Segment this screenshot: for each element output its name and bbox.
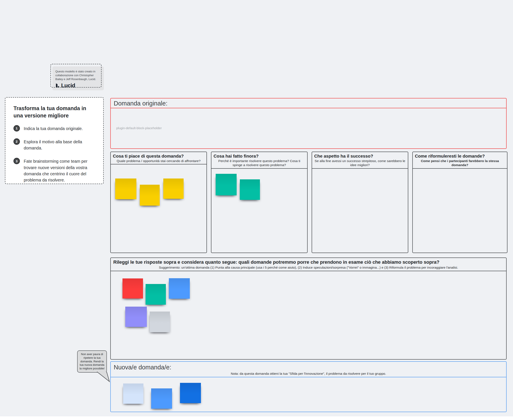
sticky-note[interactable] [115, 179, 136, 199]
sticky-note[interactable] [151, 388, 172, 409]
new-question-title: Nuova/e domanda/e: [111, 362, 506, 371]
review-title: Rileggi le tue risposte sopra e consider… [113, 259, 504, 265]
whiteboard-canvas: { "attribution": { "text": "Questo model… [0, 0, 513, 420]
step-1-text: Indica la tua domanda originale. [24, 125, 83, 132]
column-3-header: Che aspetto ha il successo? Se alla fine… [312, 152, 408, 169]
column-cosa-hai-fatto[interactable]: Cosa hai fatto finora? Perché è importan… [211, 152, 308, 253]
column-2-header: Cosa hai fatto finora? Perché è importan… [211, 152, 307, 169]
plugin-placeholder-text[interactable]: plugin-default-block-placeholder [116, 126, 162, 130]
column-1-title: Cosa ti piace di questa domanda? [113, 154, 204, 159]
column-che-aspetto[interactable]: Che aspetto ha il successo? Se alla fine… [312, 152, 408, 253]
review-box[interactable]: Rileggi le tue risposte sopra e consider… [110, 257, 507, 360]
instructions-box[interactable]: Trasforma la tua domanda in una versione… [5, 97, 104, 184]
column-4-subtitle: Come pensi che i partecipanti farebbero … [414, 159, 505, 167]
instruction-step-2: 2 Esplora il motivo alla base della doma… [14, 138, 95, 151]
sticky-note[interactable] [123, 278, 143, 299]
speech-bubble-text: Non aver paura di ripetere la tua domand… [78, 352, 106, 371]
column-1-subtitle: Quale problema / opportunità stai cercan… [112, 159, 205, 163]
speech-bubble-tail [97, 372, 110, 382]
attribution-card[interactable]: Questo modello è stato creato in collabo… [52, 66, 104, 90]
lucid-logo-icon [55, 83, 60, 88]
instruction-step-1: 1 Indica la tua domanda originale. [14, 125, 95, 132]
step-1-badge: 1 [14, 125, 20, 132]
step-3-badge: 3 [14, 158, 20, 164]
step-3-text: Fate brainstorming come team per trovare… [24, 158, 95, 183]
new-question-note: Nota: da questa domanda ottieni la tua "… [111, 372, 506, 375]
attribution-text: Questo modello è stato creato in collabo… [52, 66, 104, 81]
lucid-logo-text: Lucid [61, 82, 75, 89]
sticky-note[interactable] [140, 185, 160, 206]
column-4-title: Come riformuleresti le domande? [415, 154, 505, 159]
speech-bubble[interactable]: Non aver paura di ripetere la tua domand… [77, 350, 107, 373]
lucid-logo: Lucid [55, 82, 104, 89]
sticky-note[interactable] [240, 179, 260, 200]
sticky-note[interactable] [163, 179, 184, 199]
new-question-header: Nuova/e domanda/e: Nota: da questa doman… [111, 362, 506, 377]
sticky-note[interactable] [180, 383, 201, 403]
step-2-text: Esplora il motivo alla base della domand… [24, 138, 95, 151]
column-2-title: Cosa hai fatto finora? [214, 154, 305, 159]
column-1-header: Cosa ti piace di questa domanda? Quale p… [111, 152, 206, 165]
sticky-note[interactable] [216, 174, 237, 195]
instructions-title: Trasforma la tua domanda in una versione… [14, 105, 95, 119]
original-question-box[interactable]: Domanda originale: plugin-default-block-… [110, 98, 507, 149]
review-subtitle: Suggerimento: un'ottima domanda (1) Punt… [111, 266, 506, 270]
sticky-note[interactable] [125, 307, 147, 327]
step-2-badge: 2 [14, 138, 20, 145]
column-4-header: Come riformuleresti le domande? Come pen… [413, 152, 507, 169]
original-question-title: Domanda originale: [111, 98, 506, 108]
original-question-header: Domanda originale: [111, 98, 506, 108]
column-come-riformuleresti[interactable]: Come riformuleresti le domande? Come pen… [412, 152, 507, 253]
sticky-note[interactable] [123, 383, 143, 404]
instruction-step-3: 3 Fate brainstorming come team per trova… [14, 158, 95, 183]
column-3-title: Che aspetto ha il successo? [314, 154, 406, 159]
column-2-subtitle: Perché è importante risolvere questo pro… [213, 159, 305, 167]
sticky-note[interactable] [150, 312, 170, 332]
canvas-bottom-edge [0, 416, 513, 420]
sticky-note[interactable] [146, 284, 166, 305]
column-3-subtitle: Se alla fine avessi un successo strepito… [314, 159, 406, 167]
sticky-note[interactable] [169, 278, 190, 299]
review-header: Rileggi le tue risposte sopra e consider… [111, 258, 506, 271]
